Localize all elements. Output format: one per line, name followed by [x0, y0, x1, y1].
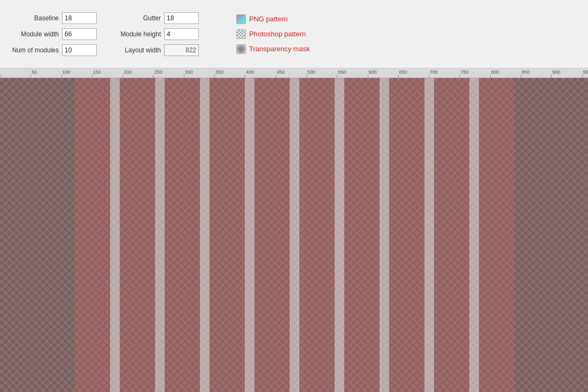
- column-stripes: [75, 78, 514, 392]
- actions-group: PNG pattern Photoshop pattern Transparen…: [236, 14, 310, 54]
- layout-width-row: Layout width: [113, 44, 199, 56]
- module-height-row: Module height: [113, 28, 199, 40]
- module-width-label: Module width: [11, 30, 59, 38]
- psd-icon: [236, 29, 246, 39]
- canvas-area: 5010015020025030035040045050055060065070…: [0, 68, 588, 392]
- baseline-label: Baseline: [11, 14, 59, 22]
- module-height-input[interactable]: [164, 28, 199, 40]
- right-fields: Gutter Module height Layout width: [113, 12, 199, 56]
- num-modules-input[interactable]: [62, 44, 97, 56]
- col-gutter: [245, 78, 254, 392]
- grid-canvas: [0, 78, 588, 392]
- png-pattern-button[interactable]: PNG pattern: [236, 14, 310, 24]
- gutter-row: Gutter: [113, 12, 199, 24]
- left-fields: Baseline Module width Num of modules: [11, 12, 97, 56]
- col-module: [299, 78, 335, 392]
- col-module: [210, 78, 245, 392]
- col-module: [389, 78, 424, 392]
- module-height-label: Module height: [113, 30, 161, 38]
- layout-width-label: Layout width: [113, 46, 161, 54]
- col-gutter: [469, 78, 479, 392]
- layout-width-input: [164, 44, 199, 56]
- png-pattern-label: PNG pattern: [249, 15, 288, 23]
- col-gutter: [155, 78, 165, 392]
- gutter-input[interactable]: [164, 12, 199, 24]
- photoshop-pattern-label: Photoshop pattern: [249, 30, 306, 38]
- module-width-row: Module width: [11, 28, 97, 40]
- baseline-input[interactable]: [62, 12, 97, 24]
- col-gutter: [424, 78, 434, 392]
- col-module: [120, 78, 155, 392]
- ruler: 5010015020025030035040045050055060065070…: [0, 68, 588, 78]
- gutter-label: Gutter: [113, 14, 161, 22]
- layout-area: [75, 78, 514, 392]
- num-modules-row: Num of modules: [11, 44, 97, 56]
- col-module: [344, 78, 380, 392]
- toolbar: Baseline Module width Num of modules Gut…: [0, 0, 588, 68]
- png-icon: [236, 14, 246, 24]
- col-module: [434, 78, 469, 392]
- photoshop-pattern-button[interactable]: Photoshop pattern: [236, 29, 310, 39]
- col-module: [254, 78, 290, 392]
- num-modules-label: Num of modules: [11, 46, 59, 54]
- col-gutter: [380, 78, 389, 392]
- col-module: [479, 78, 514, 392]
- baseline-row: Baseline: [11, 12, 97, 24]
- mask-icon: [236, 44, 246, 54]
- col-module: [165, 78, 200, 392]
- col-gutter: [110, 78, 120, 392]
- col-gutter: [335, 78, 344, 392]
- col-gutter: [290, 78, 299, 392]
- transparency-mask-button[interactable]: Transparency mask: [236, 44, 310, 54]
- module-width-input[interactable]: [62, 28, 97, 40]
- transparency-mask-label: Transparency mask: [249, 45, 310, 53]
- col-gutter: [200, 78, 210, 392]
- col-module: [75, 78, 110, 392]
